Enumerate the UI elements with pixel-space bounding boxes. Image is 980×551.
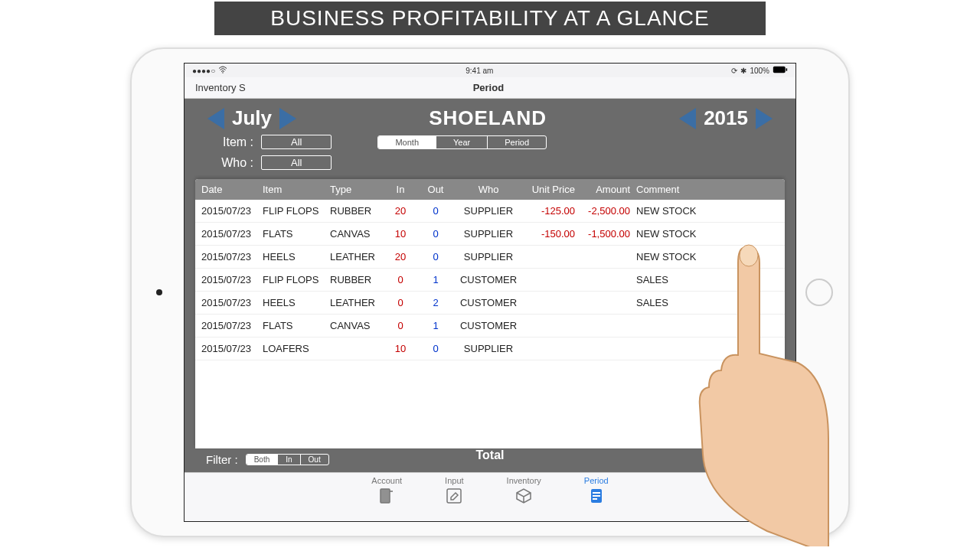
who-filter-label: Who : bbox=[215, 156, 253, 170]
nav-bar: Inventory S Period bbox=[185, 77, 795, 99]
back-button[interactable]: Inventory S bbox=[195, 82, 246, 93]
month-next-button[interactable] bbox=[279, 108, 296, 129]
battery-percent: 100% bbox=[750, 67, 769, 75]
svg-rect-7 bbox=[593, 495, 600, 497]
svg-rect-2 bbox=[786, 68, 787, 70]
tab-label: Inventory bbox=[507, 476, 541, 485]
column-header[interactable]: Type bbox=[327, 184, 384, 195]
view-tab-year[interactable]: Year bbox=[436, 136, 488, 148]
camera-dot bbox=[156, 289, 162, 295]
column-header[interactable]: Out bbox=[417, 184, 454, 195]
tab-label: Input bbox=[445, 476, 463, 485]
footer-filter-label: Filter : bbox=[206, 453, 238, 466]
view-tab-period[interactable]: Period bbox=[488, 136, 546, 148]
total-label: Total bbox=[475, 448, 504, 462]
tab-period[interactable]: Period bbox=[584, 476, 609, 521]
screen: ●●●●○ 9:41 am ⟳ ✱ 100% Inventory S Perio… bbox=[184, 63, 796, 522]
table-row[interactable]: 2015/07/23LOAFERS100SUPPLIER bbox=[195, 337, 785, 360]
column-header[interactable]: Date bbox=[198, 184, 260, 195]
tab-account[interactable]: Account bbox=[371, 476, 402, 521]
column-header[interactable]: In bbox=[384, 184, 417, 195]
inventory-icon bbox=[514, 487, 533, 507]
status-time: 9:41 am bbox=[466, 67, 493, 75]
ipad-frame: ●●●●○ 9:41 am ⟳ ✱ 100% Inventory S Perio… bbox=[130, 47, 850, 537]
battery-icon bbox=[773, 66, 788, 75]
tab-inventory[interactable]: Inventory bbox=[507, 476, 541, 521]
who-filter-select[interactable]: All bbox=[261, 155, 332, 170]
column-header[interactable]: Who bbox=[454, 184, 523, 195]
account-icon bbox=[377, 487, 396, 507]
year-next-button[interactable] bbox=[756, 108, 773, 129]
table-row[interactable]: 2015/07/23FLATSCANVAS100SUPPLIER-150.00-… bbox=[195, 223, 785, 246]
footer-filter-out[interactable]: Out bbox=[301, 455, 328, 465]
home-button[interactable] bbox=[805, 279, 833, 306]
month-label: July bbox=[232, 106, 272, 130]
column-header[interactable]: Item bbox=[260, 184, 327, 195]
table-row[interactable]: 2015/07/23FLATSCANVAS01CUSTOMER bbox=[195, 315, 785, 337]
tab-label: Account bbox=[371, 476, 402, 485]
period-icon bbox=[587, 487, 606, 507]
data-table: DateItemTypeInOutWhoUnit PriceAmountComm… bbox=[195, 179, 785, 448]
item-filter-select[interactable]: All bbox=[261, 135, 332, 149]
table-row[interactable]: 2015/07/23HEELSLEATHER02CUSTOMERSALES bbox=[195, 292, 785, 315]
content-area: July SHOELAND 2015 Item : All MonthYearP… bbox=[185, 99, 795, 472]
year-prev-button[interactable] bbox=[679, 108, 696, 129]
share-icon[interactable] bbox=[751, 443, 771, 466]
input-icon bbox=[445, 487, 463, 507]
footer-filter-in[interactable]: In bbox=[278, 455, 300, 465]
svg-rect-1 bbox=[773, 67, 786, 73]
banner-title: BUSINESS PROFITABILITY AT A GLANCE bbox=[214, 2, 766, 35]
svg-rect-4 bbox=[447, 489, 461, 503]
table-row[interactable]: 2015/07/23HEELSLEATHER200SUPPLIERNEW STO… bbox=[195, 246, 785, 269]
tab-label: Period bbox=[584, 476, 609, 485]
signal-icon: ●●●●○ bbox=[192, 67, 215, 75]
column-header[interactable]: Unit Price bbox=[523, 184, 578, 195]
column-header[interactable]: Amount bbox=[578, 184, 633, 195]
footer-filter-seg: BothInOut bbox=[246, 454, 329, 465]
year-label: 2015 bbox=[704, 106, 748, 130]
company-name: SHOELAND bbox=[429, 106, 547, 130]
svg-rect-6 bbox=[593, 492, 600, 494]
tab-input[interactable]: Input bbox=[445, 476, 463, 521]
tab-bar: AccountInputInventoryPeriod bbox=[185, 472, 795, 521]
item-filter-label: Item : bbox=[215, 135, 253, 149]
table-body: 2015/07/23FLIP FLOPSRUBBER200SUPPLIER-12… bbox=[195, 200, 785, 448]
table-header: DateItemTypeInOutWhoUnit PriceAmountComm… bbox=[195, 179, 785, 200]
svg-rect-8 bbox=[593, 498, 597, 500]
column-header[interactable]: Comment bbox=[633, 184, 782, 195]
table-row[interactable]: 2015/07/23FLIP FLOPSRUBBER01CUSTOMERSALE… bbox=[195, 269, 785, 292]
footer-filter-both[interactable]: Both bbox=[247, 455, 279, 465]
nav-title: Period bbox=[473, 82, 504, 93]
table-row[interactable]: 2015/07/23FLIP FLOPSRUBBER200SUPPLIER-12… bbox=[195, 200, 785, 223]
rotation-lock-icon: ⟳ bbox=[731, 67, 737, 75]
view-tab-month[interactable]: Month bbox=[378, 136, 436, 148]
wifi-icon bbox=[218, 66, 227, 75]
month-prev-button[interactable] bbox=[207, 108, 224, 129]
bluetooth-icon: ✱ bbox=[740, 67, 746, 75]
svg-point-0 bbox=[222, 72, 224, 73]
status-bar: ●●●●○ 9:41 am ⟳ ✱ 100% bbox=[185, 64, 795, 77]
view-segmented-control: MonthYearPeriod bbox=[377, 135, 547, 149]
